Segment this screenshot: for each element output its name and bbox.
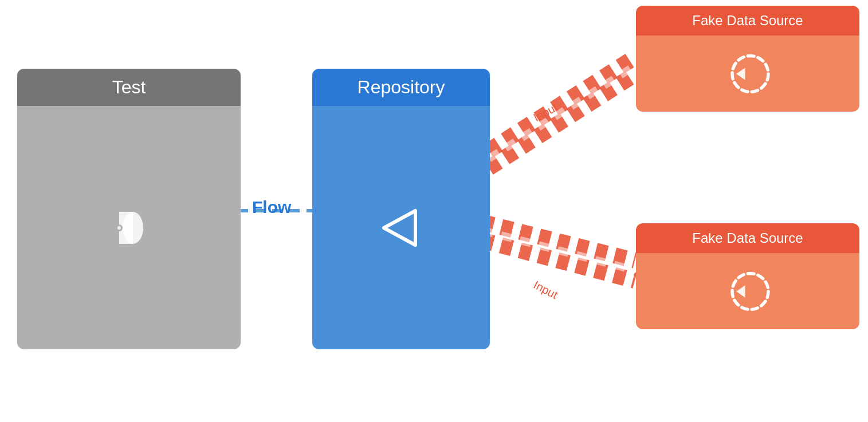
svg-point-4 (117, 226, 121, 230)
fds-bottom-header: Fake Data Source (636, 223, 859, 253)
test-body (17, 106, 241, 349)
test-block: Test (17, 69, 241, 349)
fds-top-body (636, 36, 859, 112)
triangle-arrow-icon (378, 205, 424, 251)
main-canvas: Test Repository (0, 0, 868, 422)
svg-marker-5 (384, 211, 415, 245)
test-title: Test (112, 77, 146, 98)
fds-bottom-title: Fake Data Source (692, 230, 803, 246)
flow-label: Flow (252, 198, 291, 217)
repo-block: Repository (312, 69, 490, 349)
input-label-bottom: Input (531, 278, 560, 302)
fds-top-title: Fake Data Source (692, 13, 803, 29)
fds-bottom-body (636, 253, 859, 329)
repo-header: Repository (312, 69, 490, 106)
fds-top-icon (722, 48, 773, 100)
repo-body (312, 106, 490, 349)
fds-top-header: Fake Data Source (636, 6, 859, 36)
fds-bottom-block: Fake Data Source (636, 223, 859, 329)
input-label-top: Input (531, 101, 560, 124)
svg-marker-9 (736, 285, 745, 298)
fds-bottom-icon (722, 266, 773, 317)
test-header: Test (17, 69, 241, 106)
repo-title: Repository (358, 77, 445, 98)
d-shape-icon (109, 208, 149, 248)
fds-top-block: Fake Data Source (636, 6, 859, 112)
svg-marker-7 (736, 68, 745, 80)
